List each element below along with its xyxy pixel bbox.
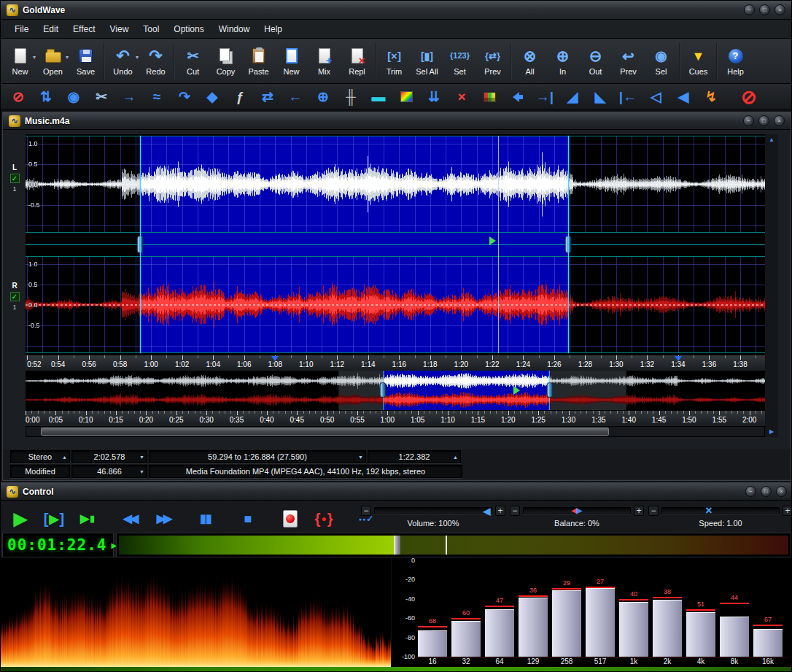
equalizer-button[interactable] <box>475 85 503 109</box>
select-all-button[interactable]: [▮]Sel All <box>411 41 443 82</box>
app-minimize-button[interactable]: − <box>744 4 755 15</box>
help-button[interactable]: Help <box>719 41 752 82</box>
overview-playback-marker-icon[interactable] <box>513 386 520 395</box>
control-close-button[interactable]: × <box>776 486 787 497</box>
dropdown-arrow-icon[interactable]: ▾ <box>136 54 139 61</box>
paste-button[interactable]: Paste <box>242 41 275 82</box>
channel-enabled-checkbox[interactable]: ✓ <box>10 292 20 301</box>
time-ruler[interactable]: 0:520:540:560:581:001:021:041:061:081:10… <box>26 355 765 371</box>
playback-device-button[interactable] <box>503 85 531 109</box>
rewind-button[interactable]: ◀◀ <box>114 506 145 532</box>
cut-button[interactable]: ✂Cut <box>176 41 209 82</box>
status-dropdown-arrow-icon[interactable]: ▲ <box>453 455 458 460</box>
channel-divider-strip[interactable] <box>26 232 765 257</box>
app-maximize-button[interactable]: □ <box>759 4 770 15</box>
balance-increase-button[interactable]: + <box>634 506 644 516</box>
status-cell[interactable]: 46.866▼ <box>71 465 147 478</box>
zoom-selection-button[interactable]: ◉Sel <box>645 41 678 82</box>
record-selection-button[interactable]: {●} <box>308 506 339 532</box>
volume-increase-button[interactable]: + <box>495 506 505 516</box>
cue-marker-icon[interactable] <box>675 356 682 361</box>
music-minimize-button[interactable]: − <box>743 115 754 126</box>
music-maximize-button[interactable]: □ <box>758 115 769 126</box>
exchange-channels-button[interactable]: ⇄ <box>254 85 282 109</box>
dropdown-arrow-icon[interactable]: ▾ <box>66 54 69 61</box>
dynamics-button[interactable]: ↯ <box>697 85 725 109</box>
volume-slider-handle[interactable]: ◀ <box>484 506 491 516</box>
menu-view[interactable]: View <box>104 22 136 36</box>
previous-selection-button[interactable]: {⇄}Prev <box>476 41 509 82</box>
trim-button[interactable]: [×]Trim <box>378 41 411 82</box>
zoom-previous-button[interactable]: ↩Prev <box>612 41 645 82</box>
menu-edit[interactable]: Edit <box>36 22 65 36</box>
status-dropdown-arrow-icon[interactable]: ▼ <box>358 455 363 460</box>
pointer-tool-button[interactable]: ◉ <box>60 85 88 109</box>
music-close-button[interactable]: × <box>774 115 785 126</box>
status-cell[interactable]: 59.294 to 1:26.884 (27.590)▼ <box>149 450 366 463</box>
menu-effect[interactable]: Effect <box>66 22 101 36</box>
status-dropdown-arrow-icon[interactable]: ▼ <box>139 455 144 460</box>
set-selection-button[interactable]: {123}Set <box>443 41 476 82</box>
file-new-button[interactable]: New▾ <box>4 41 36 82</box>
insert-silence-button[interactable]: → <box>115 85 143 109</box>
pan-button[interactable]: ⊕ <box>309 85 337 109</box>
status-cell[interactable]: Media Foundation MP4 (MPEG4 AAC), 44100 … <box>149 465 462 478</box>
menu-file[interactable]: File <box>8 22 35 36</box>
replace-button[interactable]: Repl <box>341 41 373 82</box>
expression-evaluator-button[interactable]: ƒ <box>226 85 254 109</box>
channel-selector-button[interactable]: ⇅ <box>32 85 60 109</box>
status-cell[interactable]: 2:02.578▼ <box>71 450 147 463</box>
scroll-right-icon[interactable]: ▶ <box>769 428 774 435</box>
menu-help[interactable]: Help <box>257 22 289 36</box>
shift-left-button[interactable]: ← <box>282 85 309 109</box>
undo-button[interactable]: ↶Undo▾ <box>106 41 139 82</box>
waveform-right-channel-canvas[interactable] <box>26 257 765 352</box>
voice-monitor-button[interactable]: ◀ <box>669 85 697 109</box>
time-grid-button[interactable]: ╫ <box>337 85 365 109</box>
fade-out-button[interactable]: ◣ <box>586 85 614 109</box>
speed-decrease-button[interactable]: − <box>648 506 659 516</box>
overview-time-ruler[interactable]: 0:000:050:100:150:200:250:300:350:400:45… <box>26 410 765 425</box>
status-dropdown-arrow-icon[interactable]: ▲ <box>62 455 67 460</box>
status-cell[interactable]: Modified <box>10 465 70 478</box>
play-selection-button[interactable]: [▶] <box>39 506 69 532</box>
dropdown-arrow-icon[interactable]: ▾ <box>33 54 36 61</box>
pause-button[interactable]: ▮▮ <box>190 506 221 532</box>
copy-button[interactable]: Copy <box>209 41 242 82</box>
menu-window[interactable]: Window <box>212 22 257 36</box>
mix-button[interactable]: Mix <box>308 41 341 82</box>
music-window-titlebar[interactable]: ∿ Music.m4a −□× <box>3 112 791 130</box>
volume-slider[interactable]: ◀ <box>374 507 492 514</box>
speed-slider-handle[interactable]: × <box>705 505 712 517</box>
doppler-button[interactable]: ▬ <box>365 85 392 109</box>
menu-tool[interactable]: Tool <box>136 22 166 36</box>
playback-marker-icon[interactable] <box>489 236 496 245</box>
control-maximize-button[interactable]: □ <box>761 486 772 497</box>
play-to-end-button[interactable]: →| <box>531 85 559 109</box>
bypass-effects-button[interactable]: ⊘ <box>4 85 32 109</box>
menu-options[interactable]: Options <box>167 22 210 36</box>
horizontal-scrollbar[interactable] <box>26 426 765 437</box>
cue-split-button[interactable]: ✂ <box>88 85 115 109</box>
redo-button[interactable]: ↷Redo <box>139 41 172 82</box>
cue-marker-icon[interactable] <box>271 356 279 361</box>
overview-selection-end-handle[interactable] <box>546 382 553 398</box>
file-save-button[interactable]: Save <box>69 41 102 82</box>
zoom-up-icon[interactable]: ▲ <box>769 136 774 143</box>
seek-start-button[interactable]: |← <box>614 85 642 109</box>
speed-slider[interactable]: × <box>661 507 780 514</box>
balance-slider-handle[interactable]: ◀▶ <box>572 507 582 514</box>
spectrum-filter-button[interactable] <box>392 85 420 109</box>
status-cell[interactable]: Stereo▲ <box>10 450 70 463</box>
delete-cue-button[interactable]: × <box>448 85 475 109</box>
app-close-button[interactable]: × <box>774 4 785 15</box>
balance-slider[interactable]: ◀▶ <box>523 507 631 514</box>
paste-new-button[interactable]: New <box>275 41 308 82</box>
mechanize-button[interactable]: ◆ <box>198 85 226 109</box>
overview-strip[interactable] <box>26 371 765 410</box>
record-button[interactable] <box>275 506 306 532</box>
file-open-button[interactable]: Open▾ <box>36 41 69 82</box>
app-titlebar[interactable]: ∿ GoldWave −□× <box>1 1 791 20</box>
volume-matcher-button[interactable]: ◁ <box>642 85 669 109</box>
zoom-in-button[interactable]: ⊕In <box>546 41 579 82</box>
